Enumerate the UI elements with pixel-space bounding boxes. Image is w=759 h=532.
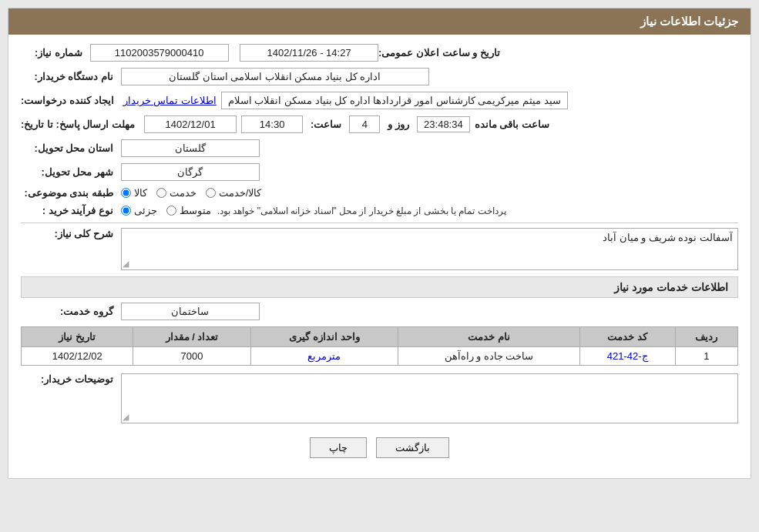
ostan-row: گلستان استان محل تحویل: xyxy=(21,139,738,157)
cell-code: ج-42-421 xyxy=(579,347,675,366)
col-radif: ردیف xyxy=(675,327,738,347)
noefrayand-row: پرداخت تمام یا بخشی از مبلغ خریدار از مح… xyxy=(21,205,738,216)
shomara-niaz-label: شماره نیاز: xyxy=(21,47,82,59)
tozihat-value xyxy=(121,373,738,423)
shomara-row: تاریخ و ساعت اعلان عمومی: 1402/11/26 - 1… xyxy=(21,44,738,62)
date-announce-label: تاریخ و ساعت اعلان عمومی: xyxy=(378,47,500,59)
grohe-khedmat-row: ساختمان گروه خدمت: xyxy=(21,303,738,320)
sharh-value: آسفالت نوده شریف و میان آباد xyxy=(121,228,738,270)
cell-radif: 1 xyxy=(675,347,738,366)
ijad-konande-row: سید میثم میرکریمی کارشناس امور قراردادها… xyxy=(21,92,738,109)
sharh-label: شرح کلی نیاز: xyxy=(21,228,113,239)
jozei-label: جزئی xyxy=(134,205,157,216)
tabaqe-option-kala[interactable]: کالا xyxy=(121,187,147,199)
cell-name: ساخت جاده و راه‌آهن xyxy=(398,347,579,366)
tabaqe-row: کالا/خدمت خدمت کالا طبقه بندی موضوعی: xyxy=(21,187,738,199)
nam-dastgah-row: اداره کل بنیاد مسکن انقلاب اسلامی استان … xyxy=(21,68,738,85)
ijad-konande-link[interactable]: اطلاعات تماس خریدار xyxy=(123,95,217,106)
motevaset-radio[interactable] xyxy=(166,206,176,216)
bottom-buttons: بازگشت چاپ xyxy=(21,430,738,469)
ijad-konande-value: سید میثم میرکریمی کارشناس امور قراردادها… xyxy=(221,92,568,109)
grohe-khedmat-value: ساختمان xyxy=(121,303,260,320)
nam-dastgah-value: اداره کل بنیاد مسکن انقلاب اسلامی استان … xyxy=(121,68,429,85)
noefrayand-option-jozei[interactable]: جزئی xyxy=(121,205,157,216)
kala-radio[interactable] xyxy=(121,188,131,198)
tabaqe-label: طبقه بندی موضوعی: xyxy=(21,187,113,199)
col-date: تاریخ نیاز xyxy=(22,327,133,347)
roz-value: 4 xyxy=(349,115,380,133)
shahr-value: گرگان xyxy=(121,163,260,181)
noefrayand-label: نوع فرآیند خرید : xyxy=(21,205,113,216)
tabaqe-option-kala-khedmat[interactable]: کالا/خدمت xyxy=(206,187,262,199)
sharh-row: آسفالت نوده شریف و میان آباد ◢ شرح کلی ن… xyxy=(21,228,738,270)
noefrayand-options: متوسط جزئی xyxy=(121,205,211,216)
cell-quantity: 7000 xyxy=(133,347,250,366)
shomara-niaz-value: 1102003579000410 xyxy=(90,44,229,62)
ostan-label: استان محل تحویل: xyxy=(21,142,113,154)
jozei-radio[interactable] xyxy=(121,206,131,216)
shahr-row: گرگان شهر محل تحویل: xyxy=(21,163,738,181)
tozihat-row: ◢ توضیحات خریدار: xyxy=(21,373,738,423)
saat-label: ساعت: xyxy=(311,119,341,130)
mohlet-label: مهلت ارسال پاسخ: تا تاریخ: xyxy=(21,119,135,130)
noefrayand-note: پرداخت تمام یا بخشی از مبلغ خریدار از مح… xyxy=(217,206,506,216)
kala-label: کالا xyxy=(134,187,147,199)
remaining-label: ساعت باقی مانده xyxy=(475,119,549,130)
table-row: 1ج-42-421ساخت جاده و راه‌آهنمترمربع70001… xyxy=(22,347,738,366)
back-button[interactable]: بازگشت xyxy=(376,437,449,458)
roz-label: روز و xyxy=(388,119,409,130)
col-code: کد خدمت xyxy=(579,327,675,347)
khedmat-label: خدمت xyxy=(170,187,196,199)
resize-corner: ◢ xyxy=(123,259,129,269)
kala-khedmat-radio[interactable] xyxy=(206,188,216,198)
resize-corner-2: ◢ xyxy=(123,412,129,422)
tabaqe-options: کالا/خدمت خدمت کالا xyxy=(121,187,262,199)
col-name: نام خدمت xyxy=(398,327,579,347)
service-table: ردیف کد خدمت نام خدمت واحد اندازه گیری ت… xyxy=(21,326,738,366)
date-announce-value: 1402/11/26 - 14:27 xyxy=(240,44,378,62)
mohlet-date-value: 1402/12/01 xyxy=(144,115,237,133)
saat-value: 14:30 xyxy=(241,115,303,133)
tabaqe-option-khedmat[interactable]: خدمت xyxy=(156,187,196,199)
col-unit: واحد اندازه گیری xyxy=(250,327,398,347)
noefrayand-option-motevaset[interactable]: متوسط xyxy=(166,205,211,216)
kala-khedmat-label: کالا/خدمت xyxy=(219,187,262,199)
nam-dastgah-label: نام دستگاه خریدار: xyxy=(21,71,113,82)
cell-unit: مترمربع xyxy=(250,347,398,366)
tozihat-label: توضیحات خریدار: xyxy=(21,373,113,385)
grohe-khedmat-label: گروه خدمت: xyxy=(21,306,113,317)
countdown-value: 23:48:34 xyxy=(417,116,470,132)
print-button[interactable]: چاپ xyxy=(310,437,367,458)
motevaset-label: متوسط xyxy=(180,205,211,216)
ostan-value: گلستان xyxy=(121,139,260,157)
service-section-header: اطلاعات خدمات مورد نیاز xyxy=(21,276,738,298)
mohlet-row: ساعت باقی مانده 23:48:34 روز و 4 ساعت: 1… xyxy=(21,115,738,133)
shahr-label: شهر محل تحویل: xyxy=(21,166,113,178)
col-quantity: تعداد / مقدار xyxy=(133,327,250,347)
khedmat-radio[interactable] xyxy=(156,188,166,198)
page-title: جزئیات اطلاعات نیاز xyxy=(8,8,751,35)
cell-date: 1402/12/02 xyxy=(22,347,133,366)
ijad-konande-label: ایجاد کننده درخواست: xyxy=(21,95,114,106)
